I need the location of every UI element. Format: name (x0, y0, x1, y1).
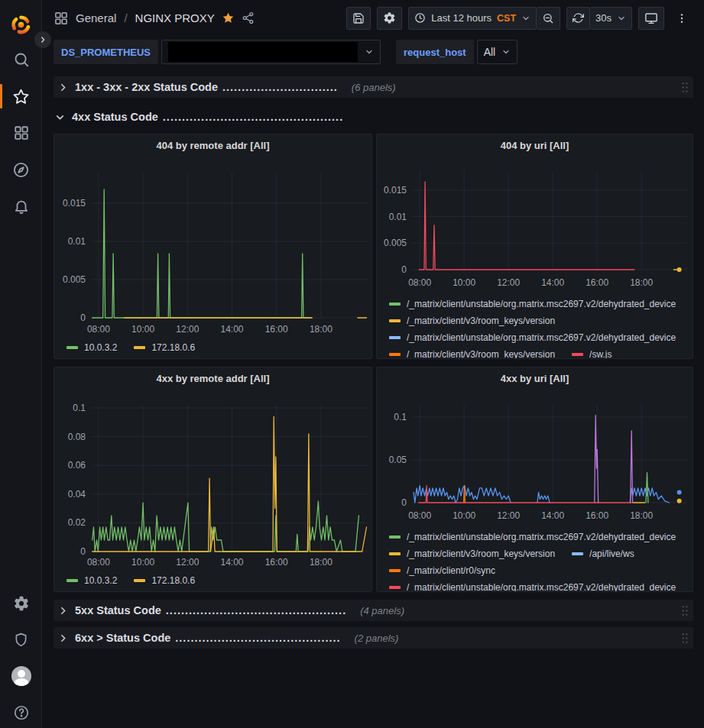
panel-title[interactable]: 404 by uri [All] (377, 140, 693, 151)
dashboard-variables-bar: DS_PROMETHEUS request_host All (42, 36, 704, 71)
dashboard-row-5xx[interactable]: 5xx Status Code.........................… (54, 600, 693, 621)
sidebar-item-profile[interactable] (0, 661, 42, 691)
svg-text:12:00: 12:00 (497, 277, 520, 288)
share-icon[interactable] (242, 11, 255, 24)
legend-label: 10.0.3.2 (84, 575, 117, 586)
drag-handle-icon[interactable] (681, 633, 689, 646)
svg-text:0.005: 0.005 (63, 274, 86, 285)
clock-icon (414, 12, 426, 24)
legend-item[interactable]: 10.0.3.2 (67, 575, 117, 586)
svg-text:14:00: 14:00 (541, 510, 564, 521)
help-icon (13, 704, 30, 721)
legend-label: 172.18.0.6 (151, 575, 195, 586)
legend-swatch (67, 579, 78, 582)
refresh-interval-label: 30s (595, 12, 612, 24)
legend-item[interactable]: /_matrix/client/unstable/org.matrix.msc2… (389, 582, 676, 592)
active-indicator (0, 84, 2, 108)
svg-text:0: 0 (401, 264, 407, 275)
variable-label-datasource: DS_PROMETHEUS (54, 40, 158, 64)
panel-title[interactable]: 404 by remote addr [All] (54, 140, 371, 151)
legend-item[interactable]: /_matrix/client/v3/room_keys/version (389, 349, 555, 359)
legend-item[interactable]: 172.18.0.6 (134, 342, 195, 353)
panel-legend: /_matrix/client/unstable/org.matrix.msc2… (389, 295, 693, 359)
bell-icon (13, 198, 30, 215)
refresh-icon (573, 12, 584, 24)
svg-text:0.05: 0.05 (389, 455, 407, 465)
sidebar-item-server-admin[interactable] (0, 624, 42, 655)
legend-item[interactable]: /_matrix/client/v3/room_keys/version (389, 548, 555, 559)
save-dashboard-button[interactable] (346, 7, 371, 30)
grafana-logo-icon (11, 15, 31, 35)
chart-canvas[interactable]: 08:0010:0012:0014:0016:0018:0000.020.040… (54, 367, 372, 592)
legend-item[interactable]: /_matrix/client/unstable/org.matrix.msc2… (389, 532, 676, 542)
dashboard-row-1xx-3xx-2xx[interactable]: 1xx - 3xx - 2xx Status Code.............… (54, 76, 693, 98)
legend-swatch (389, 535, 401, 539)
legend-swatch (134, 346, 145, 349)
toolbar-actions: Last 12 hours CST 30s (346, 7, 693, 30)
breadcrumb-section[interactable]: General (76, 11, 116, 24)
legend-item[interactable]: /_matrix/client/unstable/org.matrix.msc2… (389, 299, 676, 309)
star-filled-icon[interactable] (222, 11, 235, 24)
dashboard-settings-button[interactable] (377, 7, 402, 30)
row-title: 1xx - 3xx - 2xx Status Code (75, 81, 218, 93)
svg-text:0: 0 (80, 546, 86, 557)
svg-text:18:00: 18:00 (310, 324, 333, 335)
legend-item[interactable]: /_matrix/client/r0/sync (389, 565, 495, 576)
sidebar-item-alerting[interactable] (0, 191, 42, 222)
dashboard-row-6xx[interactable]: 6xx > Status Code.......................… (54, 627, 693, 649)
svg-text:18:00: 18:00 (310, 557, 333, 568)
svg-text:10:00: 10:00 (453, 277, 475, 288)
panel-4xx-by-remote-addr: 4xx by remote addr [All] 08:0010:0012:00… (54, 367, 372, 592)
gear-icon (13, 595, 30, 612)
row-panel-count: (6 panels) (352, 82, 396, 93)
row-title-leader: .............................. (222, 81, 338, 93)
sidebar-item-help[interactable] (0, 697, 42, 728)
row-panel-count: (4 panels) (360, 605, 404, 616)
chart-canvas[interactable]: 08:0010:0012:0014:0016:0018:0000.0050.01… (54, 134, 372, 359)
dashboards-grid-icon (13, 125, 30, 141)
legend-label: /_matrix/client/r0/sync (407, 565, 495, 576)
dashboard-row-4xx[interactable]: 4xx Status Code.........................… (54, 106, 693, 128)
sidebar-expand-button[interactable] (34, 31, 51, 48)
legend-swatch (134, 579, 145, 582)
legend-item[interactable]: /sw.js (572, 349, 612, 359)
dashboard-toolbar: General / NGINX PROXY Last 12 hours CST (42, 0, 704, 36)
variable-datasource-dropdown[interactable] (161, 40, 381, 64)
legend-label: /_matrix/client/unstable/org.matrix.msc2… (407, 582, 676, 592)
breadcrumb-title[interactable]: NGINX PROXY (135, 11, 215, 24)
legend-label: /_matrix/client/v3/room_keys/version (407, 548, 555, 559)
refresh-button[interactable] (566, 7, 590, 30)
legend-item[interactable]: /_matrix/client/unstable/org.matrix.msc2… (389, 332, 676, 343)
panel-title[interactable]: 4xx by uri [All] (377, 373, 693, 384)
sidebar-item-dashboards[interactable] (0, 118, 42, 148)
sidebar-item-starred[interactable] (0, 81, 42, 112)
variable-request-host-dropdown[interactable]: All (477, 40, 518, 64)
svg-text:16:00: 16:00 (586, 277, 608, 288)
legend-item[interactable]: 10.0.3.2 (67, 342, 117, 353)
sidebar-item-configuration[interactable] (0, 588, 42, 619)
drag-handle-icon[interactable] (681, 82, 689, 95)
refresh-interval-dropdown[interactable]: 30s (590, 7, 632, 30)
panel-grid: 404 by remote addr [All] 08:0010:0012:00… (54, 134, 693, 592)
zoom-out-button[interactable] (537, 7, 560, 30)
legend-swatch (572, 353, 583, 356)
time-range-picker[interactable]: Last 12 hours CST (408, 7, 537, 30)
search-icon (13, 51, 30, 68)
chevron-right-icon (57, 606, 69, 616)
panel-title[interactable]: 4xx by remote addr [All] (54, 373, 371, 384)
more-menu-button[interactable] (670, 7, 693, 30)
row-title-leader: ........................................… (166, 604, 346, 616)
legend-label: /sw.js (589, 349, 612, 359)
legend-item[interactable]: /_matrix/client/v3/room_keys/version (389, 315, 555, 326)
svg-text:0.01: 0.01 (389, 212, 407, 222)
sidebar-item-search[interactable] (0, 44, 42, 75)
drag-handle-icon[interactable] (681, 605, 689, 619)
sidebar-item-explore[interactable] (0, 154, 42, 185)
legend-swatch (572, 552, 583, 555)
legend-item[interactable]: 172.18.0.6 (134, 575, 195, 586)
legend-item[interactable]: /api/live/ws (572, 548, 634, 559)
kiosk-tv-mode-button[interactable] (638, 7, 664, 30)
legend-label: /_matrix/client/v3/room_keys/version (407, 315, 555, 326)
zoom-out-icon (542, 12, 554, 24)
legend-label: 10.0.3.2 (84, 342, 117, 353)
